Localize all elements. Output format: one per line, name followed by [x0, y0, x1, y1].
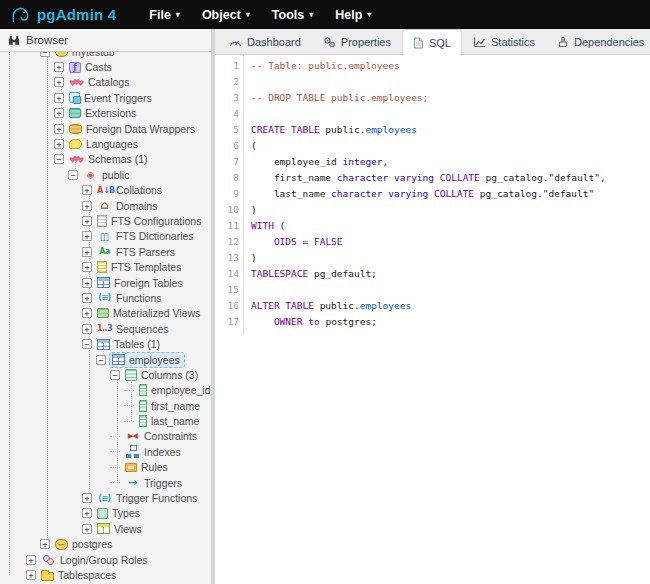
tree-item-public[interactable]: −public — [0, 167, 211, 182]
expand-toggle-icon[interactable]: + — [54, 62, 64, 72]
tree-item-indexes[interactable]: Indexes — [0, 444, 211, 459]
chevron-down-icon: ▾ — [246, 10, 250, 19]
tree-item-fts-configurations[interactable]: +FTS Configurations — [0, 213, 211, 228]
expand-toggle-icon[interactable]: + — [54, 77, 64, 87]
menu-items: File▾Object▾Tools▾Help▾ — [138, 0, 382, 29]
tree-item-casts[interactable]: +Casts — [0, 59, 211, 74]
expand-toggle-icon[interactable]: + — [82, 524, 92, 534]
browser-tree[interactable]: −mytestdb+Casts+Catalogs+Event Triggers+… — [0, 52, 211, 584]
tree-item-label: Login/Group Roles — [60, 554, 148, 566]
expand-toggle-icon[interactable]: + — [82, 216, 92, 226]
expand-toggle-icon[interactable]: + — [26, 555, 36, 565]
tab-label: Dashboard — [247, 36, 301, 48]
tree-item-schemas-1[interactable]: −Schemas (1) — [0, 152, 211, 167]
expand-toggle-icon[interactable]: + — [54, 139, 64, 149]
indexes-icon — [125, 445, 140, 458]
expand-toggle-icon[interactable]: + — [82, 308, 92, 318]
menu-file[interactable]: File▾ — [138, 0, 191, 29]
sql-editor[interactable]: 1234567891011121314151617 -- Table: publ… — [215, 55, 650, 334]
menu-object[interactable]: Object▾ — [191, 0, 261, 29]
tree-item-fts-templates[interactable]: +FTS Templates — [0, 259, 211, 274]
tab-sql[interactable]: SQL — [402, 29, 462, 55]
tree-item-domains[interactable]: +Domains — [0, 198, 211, 213]
menu-label: Tools — [272, 8, 304, 22]
tree-item-label: Event Triggers — [84, 92, 152, 104]
collapse-toggle-icon[interactable]: − — [54, 154, 64, 164]
tree-item-constraints[interactable]: Constraints — [0, 429, 211, 444]
tree-item-last-name[interactable]: last_name — [0, 413, 211, 428]
fts-configurations-icon — [97, 215, 107, 227]
tree-item-tablespaces[interactable]: +Tablespaces — [0, 567, 211, 582]
tree-item-collations[interactable]: +Collations — [0, 183, 211, 198]
tree-item-first-name[interactable]: first_name — [0, 398, 211, 413]
expand-toggle-icon[interactable]: + — [82, 508, 92, 518]
browser-sidebar: Browser −mytestdb+Casts+Catalogs+Event T… — [0, 29, 215, 584]
tab-dashboard[interactable]: Dashboard — [218, 29, 312, 54]
tree-item-event-triggers[interactable]: +Event Triggers — [0, 90, 211, 105]
tree-item-mytestdb[interactable]: −mytestdb — [0, 52, 211, 59]
menu-tools[interactable]: Tools▾ — [261, 0, 324, 29]
line-number: 17 — [215, 314, 239, 330]
tree-item-foreign-data-wrappers[interactable]: +Foreign Data Wrappers — [0, 121, 211, 136]
expand-toggle-icon[interactable]: + — [82, 293, 92, 303]
tree-item-employee-id[interactable]: employee_id — [0, 383, 211, 398]
expand-toggle-icon[interactable]: + — [82, 247, 92, 257]
tree-item-label: last_name — [151, 415, 199, 427]
foreign-tables-icon — [97, 277, 110, 288]
tab-dependencies[interactable]: Dependencies — [546, 29, 650, 54]
expand-toggle-icon[interactable]: + — [82, 278, 92, 288]
tree-item-views[interactable]: +Views — [0, 521, 211, 536]
menu-help[interactable]: Help▾ — [324, 0, 382, 29]
tree-item-extensions[interactable]: +Extensions — [0, 106, 211, 121]
tree-connector — [110, 436, 120, 437]
expand-toggle-icon[interactable]: + — [82, 493, 92, 503]
expand-toggle-icon[interactable]: + — [82, 201, 92, 211]
expand-toggle-icon[interactable]: + — [40, 539, 50, 549]
expand-toggle-icon[interactable]: + — [54, 124, 64, 134]
expand-toggle-icon[interactable]: + — [26, 570, 36, 580]
tree-item-sequences[interactable]: +Sequences — [0, 321, 211, 336]
statistics-icon — [473, 36, 486, 48]
tree-item-fts-dictionaries[interactable]: +FTS Dictionaries — [0, 229, 211, 244]
tables-icon — [97, 339, 110, 350]
collapse-toggle-icon[interactable]: − — [110, 370, 120, 380]
tree-item-label: Domains — [116, 200, 157, 212]
tab-properties[interactable]: Properties — [312, 29, 402, 54]
tree-item-tables-1[interactable]: −Tables (1) — [0, 336, 211, 351]
tree-item-label: mytestdb — [72, 52, 115, 58]
tree-item-columns-3[interactable]: −Columns (3) — [0, 367, 211, 382]
selected-node-highlight[interactable]: employees — [109, 352, 185, 368]
tree-item-languages[interactable]: +Languages — [0, 136, 211, 151]
expand-toggle-icon[interactable]: + — [82, 324, 92, 334]
tree-item-materialized-views[interactable]: +Materialized Views — [0, 306, 211, 321]
tree-item-login-group-roles[interactable]: +Login/Group Roles — [0, 552, 211, 567]
collapse-toggle-icon[interactable]: − — [96, 355, 106, 365]
collapse-toggle-icon[interactable]: − — [40, 52, 50, 57]
code-token: ) — [251, 204, 257, 215]
expand-toggle-icon[interactable]: + — [82, 262, 92, 272]
tree-item-label: Types — [112, 507, 140, 519]
chevron-down-icon: ▾ — [309, 10, 313, 19]
tree-item-types[interactable]: +Types — [0, 506, 211, 521]
expand-toggle-icon[interactable]: + — [54, 108, 64, 118]
tree-item-label: Casts — [85, 61, 112, 73]
tree-item-triggers[interactable]: Triggers — [0, 475, 211, 490]
code-token: public. — [314, 300, 360, 311]
collapse-toggle-icon[interactable]: − — [68, 170, 78, 180]
tree-item-employees[interactable]: −employees — [0, 352, 211, 367]
collapse-toggle-icon[interactable]: − — [82, 339, 92, 349]
line-number: 11 — [215, 218, 239, 234]
expand-toggle-icon[interactable]: + — [82, 185, 92, 195]
expand-toggle-icon[interactable]: + — [82, 231, 92, 241]
tree-item-rules[interactable]: Rules — [0, 460, 211, 475]
tree-item-catalogs[interactable]: +Catalogs — [0, 75, 211, 90]
tree-item-foreign-tables[interactable]: +Foreign Tables — [0, 275, 211, 290]
properties-icon — [323, 36, 336, 48]
tree-item-postgres[interactable]: +postgres — [0, 537, 211, 552]
tree-connector — [110, 482, 120, 483]
tree-item-functions[interactable]: +Functions — [0, 290, 211, 305]
tab-statistics[interactable]: Statistics — [462, 29, 546, 54]
expand-toggle-icon[interactable]: + — [54, 93, 64, 103]
tree-item-fts-parsers[interactable]: +FTS Parsers — [0, 244, 211, 259]
tree-item-trigger-functions[interactable]: +Trigger Functions — [0, 490, 211, 505]
